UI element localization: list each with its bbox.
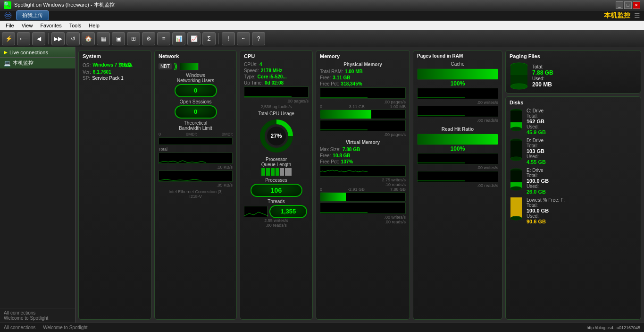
toolbar-btn-15[interactable]: ! (222, 32, 235, 45)
uptime-row: Up Time: 0d 02:08 (244, 80, 309, 85)
disk-cylinder-2 (510, 168, 523, 191)
cpu-title: CPU (244, 53, 309, 59)
bandwidth-label: TheoreticalBandwidth Limit (159, 120, 233, 131)
disk-total-label-3: Total: (527, 203, 565, 208)
cache-bar (417, 68, 498, 80)
cpu-donut: 27% (258, 117, 295, 155)
menu-help[interactable]: Help (85, 21, 103, 30)
hit-reads-label: .00 reads/s (417, 183, 498, 188)
hit-spark1-svg (418, 153, 498, 165)
toolbar-btn-14[interactable]: Σ (202, 32, 216, 45)
virt-spark2-reads: .00 reads/s (320, 220, 406, 224)
main-area: ▶ Live connections 💻 本机监控 All connection… (0, 47, 644, 323)
sidebar-item-local[interactable]: 💻 本机监控 (0, 58, 75, 68)
speed-value: 2178 MHz (261, 68, 283, 73)
disk-cylinder-3 (510, 197, 523, 221)
menu-favorites[interactable]: Favorites (36, 21, 65, 30)
toolbar-btn-7[interactable]: ▦ (97, 32, 110, 45)
toolbar-btn-13[interactable]: 📈 (187, 32, 201, 45)
cpu-writes-label: 2.55 writes/s (244, 218, 309, 223)
toolbar-btn-1[interactable]: ⚡ (2, 32, 15, 45)
hit-bar-fill (418, 134, 498, 145)
connect-button[interactable]: 拍我上传 (16, 10, 49, 20)
virt-spark2-writes: .00 writes/s (320, 215, 406, 220)
toolbar-btn-5[interactable]: ↺ (67, 32, 80, 45)
toolbar-btn-3[interactable]: ◀ (32, 32, 45, 45)
disks-panel: Disks C: Drive Total: 162 GB Used: 45.9 … (505, 96, 641, 320)
mem-slider-fill (320, 110, 371, 119)
threads-title: Threads (244, 199, 309, 204)
vfree-label: Free: (320, 153, 331, 158)
sidebar-item-label: 本机监控 (13, 60, 33, 67)
menu-tools[interactable]: Tools (66, 21, 85, 30)
mem-slider-right: 1.00 MB (390, 104, 406, 109)
toolbar-btn-4[interactable]: ▶▶ (51, 32, 65, 45)
welcome-text: Welcome to Spotlight (43, 325, 87, 330)
cache-pct: 100% (417, 80, 498, 87)
total-ram-label: Total RAM: (320, 69, 343, 74)
menu-icon[interactable]: ☰ (634, 12, 640, 19)
disk-cyl-2 (510, 168, 523, 192)
url-text: http://blog.csd...u012167045 (586, 325, 640, 330)
toolbar-sep-2 (218, 33, 219, 44)
virt-spark1-label2: .10 reads/s (320, 182, 406, 187)
virt-spark1-svg (320, 166, 405, 177)
toolbar-btn-11[interactable]: ≡ (157, 32, 170, 45)
memory-title: Memory (320, 53, 406, 59)
maximize-button[interactable]: □ (624, 1, 632, 9)
max-size-label: Max Size: (320, 147, 341, 152)
window-controls[interactable]: _ □ ✕ (616, 1, 640, 9)
disk-cyl-0 (510, 108, 523, 133)
menu-file[interactable]: File (2, 21, 18, 30)
nbt-arrow-icon: ⟫ (174, 62, 178, 71)
disk-label-1: D: Drive (527, 138, 546, 143)
toolbar-btn-2[interactable]: ⟵ (17, 32, 30, 45)
speed-row: Speed: 2178 MHz (244, 68, 309, 73)
mem-spark1-svg (320, 88, 405, 99)
disk-used-label-0: Used: (527, 124, 546, 129)
paging-info: Total: 7.88 GB Used: 200 MB (532, 64, 553, 88)
hit-ratio-title: Read Hit Ratio (417, 127, 498, 132)
virt-spark1-label: 2.75 writes/s (320, 178, 406, 182)
cpu-panel: CPU CPUs: 4 Speed: 2178 MHz Type: Core i… (240, 50, 313, 320)
queue-bar-5 (280, 168, 284, 176)
queue-bars (244, 168, 309, 176)
minimize-button[interactable]: _ (616, 1, 623, 9)
disk-item-1: D: Drive Total: 103 GB Used: 4.55 GB (510, 138, 637, 165)
cache-bar-fill (418, 69, 498, 79)
menu-view[interactable]: View (18, 21, 37, 30)
free-value: 3.11 GB (333, 75, 350, 80)
system-title: System (83, 53, 147, 59)
networking-users-label: Networking Users (159, 78, 233, 83)
cache-spark1-svg (418, 88, 498, 100)
free-row: Free: 3.11 GB (320, 75, 406, 80)
toolbar-btn-8[interactable]: ▣ (112, 32, 125, 45)
sidebar-spacer (0, 68, 75, 308)
total-sparkline (159, 153, 233, 164)
total-sparkline2 (159, 170, 233, 182)
toolbar-btn-6[interactable]: 🏠 (82, 32, 95, 45)
window-title: Spotlight on Windows (freeware) - 本机监控 (14, 1, 616, 9)
memory-panel: Memory Physical Memory Total RAM: 1.00 M… (316, 50, 410, 320)
toolbar-btn-9[interactable]: ⊞ (127, 32, 140, 45)
disk-total-2: 100.0 GB (527, 178, 549, 184)
sessions-value: 0 (175, 105, 217, 119)
svg-point-10 (510, 127, 522, 131)
nbt-bar-fill (180, 63, 198, 70)
toolbar-btn-12[interactable]: 📊 (172, 32, 185, 45)
virt-spark2-svg (320, 203, 405, 214)
toolbar-btn-10[interactable]: ⚙ (142, 32, 155, 45)
close-button[interactable]: ✕ (633, 1, 640, 9)
paging-used-value: 200 MB (532, 81, 553, 88)
toolbar-btn-17[interactable]: ? (252, 32, 265, 45)
nbt-row: NBT ⟫ (159, 62, 233, 71)
processes-title: Processes (244, 178, 309, 183)
total-spark-svg2 (159, 171, 232, 182)
cache-subtitle: Cache (417, 61, 498, 67)
threads-spark-svg (244, 206, 268, 218)
system-sp-row: SP: Service Pack 1 (83, 76, 147, 81)
mem-slider-left: 0 (320, 104, 322, 109)
title-bar: 🔍 Spotlight on Windows (freeware) - 本机监控… (0, 0, 644, 10)
toolbar-btn-16[interactable]: ~ (237, 32, 250, 45)
disk-used-3: 90.6 GB (527, 219, 565, 224)
